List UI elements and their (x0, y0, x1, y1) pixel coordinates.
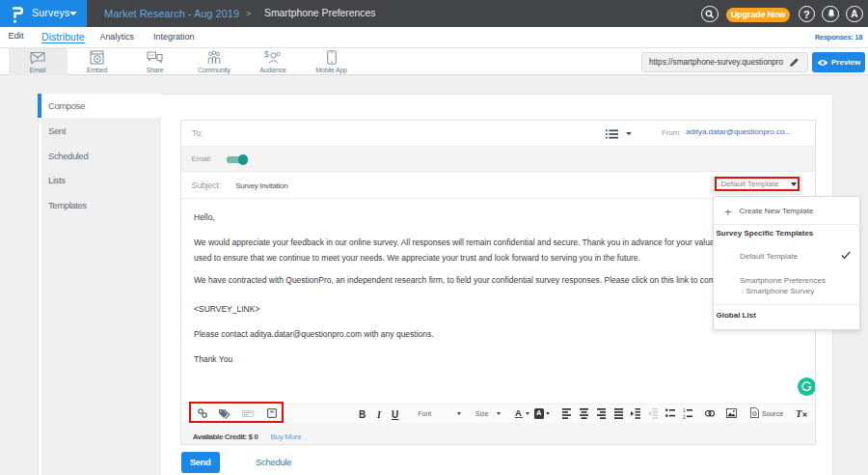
svg-text:1: 1 (683, 408, 686, 413)
svg-text:$: $ (264, 49, 269, 59)
svg-text:2: 2 (683, 414, 686, 418)
